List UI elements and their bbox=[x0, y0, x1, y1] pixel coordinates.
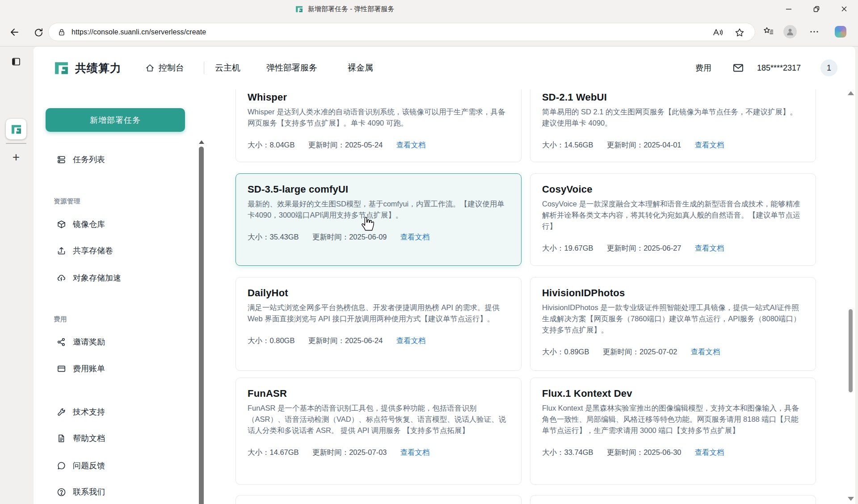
sidebar-item-1-1[interactable]: 共享存储卷 bbox=[57, 243, 113, 258]
image-card[interactable]: SD-2.1 WebUI简单易用的 SD 2.1 的文生图网页服务【此镜像为单节… bbox=[530, 89, 816, 162]
sidebar-item-1-2[interactable]: 对象存储加速 bbox=[57, 270, 121, 286]
card-meta: 大小：0.80GB更新时间：2025-06-24查看文档 bbox=[248, 336, 509, 346]
image-card[interactable]: DailyHot满足一站式浏览全网多平台热榜信息、开发者便捷调用热榜 API 的… bbox=[236, 277, 522, 371]
person-icon bbox=[786, 27, 795, 36]
image-card[interactable]: HivisionIDPhotosHivisionIDPhotos 是一款专业级证… bbox=[530, 277, 816, 371]
active-tab-tile[interactable] bbox=[6, 119, 26, 139]
partial-card[interactable] bbox=[236, 495, 522, 504]
view-docs-link[interactable]: 查看文档 bbox=[396, 336, 425, 346]
new-tab-button[interactable]: + bbox=[9, 150, 23, 164]
sidebar-item-3-3[interactable]: 联系我们 bbox=[57, 484, 105, 500]
window-controls bbox=[775, 0, 858, 18]
copilot-icon bbox=[835, 26, 846, 38]
sidebar-section-header: 费用 bbox=[54, 315, 67, 323]
nav-item-1[interactable]: 控制台 bbox=[145, 46, 184, 89]
copilot-button[interactable] bbox=[835, 26, 846, 38]
sidebar-item-3-2[interactable]: 问题反馈 bbox=[57, 458, 105, 473]
sidebar-scroll-up-arrow[interactable] bbox=[199, 140, 204, 144]
user-avatar-badge[interactable]: 1 bbox=[820, 59, 837, 76]
sidebar-item-0-0[interactable]: 任务列表 bbox=[57, 152, 105, 167]
document-icon bbox=[57, 434, 66, 443]
card-meta: 大小：19.67GB更新时间：2025-06-27查看文档 bbox=[542, 244, 804, 253]
card-updated: 更新时间：2025-06-09 bbox=[312, 232, 387, 242]
fee-link[interactable]: 费用 bbox=[695, 46, 711, 89]
card-meta: 大小：35.43GB更新时间：2025-06-09查看文档 bbox=[248, 232, 509, 242]
view-docs-link[interactable]: 查看文档 bbox=[695, 448, 724, 458]
new-deploy-task-button[interactable]: 新增部署任务 bbox=[46, 108, 185, 132]
page-scrollbar-thumb[interactable] bbox=[849, 309, 853, 392]
address-bar[interactable]: https://console.suanli.cn/serverless/cre… bbox=[48, 23, 755, 41]
page-viewport: 共绩算力 控制台云主机弹性部署服务裸金属 费用 185****2317 1 新增… bbox=[34, 46, 855, 504]
back-button[interactable] bbox=[8, 26, 21, 38]
cloud-bolt-icon bbox=[57, 273, 66, 283]
card-title: SD-2.1 WebUI bbox=[542, 92, 804, 103]
view-docs-link[interactable]: 查看文档 bbox=[400, 448, 430, 458]
credit-card-icon bbox=[57, 364, 66, 374]
card-updated: 更新时间：2025-07-02 bbox=[602, 347, 677, 357]
view-docs-link[interactable]: 查看文档 bbox=[400, 232, 430, 242]
url-text[interactable]: https://console.suanli.cn/serverless/cre… bbox=[72, 28, 206, 36]
card-title: CosyVoice bbox=[542, 184, 804, 195]
sidebar-item-1-0[interactable]: 镜像仓库 bbox=[57, 217, 105, 232]
image-card[interactable]: Flux.1 Kontext DevFlux Kontext 是黑森林实验室推出… bbox=[530, 378, 816, 485]
close-button[interactable] bbox=[830, 0, 858, 18]
sidebar-item-3-1[interactable]: 帮助文档 bbox=[57, 431, 105, 446]
card-title: Whisper bbox=[248, 92, 509, 103]
image-card[interactable]: WhisperWhisper 是达到人类水准的自动语音识别系统，该镜像可以用于生… bbox=[236, 89, 522, 162]
card-title: Flux.1 Kontext Dev bbox=[542, 388, 804, 399]
nav-label: 弹性部署服务 bbox=[266, 62, 317, 74]
card-meta: 大小：14.67GB更新时间：2025-07-03查看文档 bbox=[248, 448, 509, 458]
card-size: 大小：8.04GB bbox=[248, 140, 294, 150]
view-docs-link[interactable]: 查看文档 bbox=[695, 244, 724, 253]
image-card[interactable]: FunASRFunASR 是一个基本的语音识别工具包，提供多种功能，包括语音识别… bbox=[236, 378, 522, 485]
server-list-icon bbox=[57, 155, 66, 164]
page-scroll-up-arrow[interactable] bbox=[848, 91, 854, 95]
favorite-star-button[interactable] bbox=[733, 26, 746, 39]
card-description: 最新的、效果最好的文生图SD模型，基于comfyui，内置工作流。【建议使用单卡… bbox=[248, 198, 509, 221]
image-card[interactable]: CosyVoiceCosyVoice 是一款深度融合文本理解和语音生成的新型语音… bbox=[530, 173, 816, 266]
sidebar-item-label: 联系我们 bbox=[73, 487, 105, 497]
edge-vertical-tab-strip: + bbox=[0, 46, 34, 504]
page-scroll-down-arrow[interactable] bbox=[848, 497, 854, 501]
close-icon bbox=[840, 4, 849, 13]
restore-icon bbox=[812, 4, 821, 13]
minimize-button[interactable] bbox=[775, 0, 803, 18]
site-favicon bbox=[295, 5, 303, 13]
restore-button[interactable] bbox=[803, 0, 830, 18]
nav-item-4[interactable]: 裸金属 bbox=[348, 46, 373, 89]
sidebar-item-2-0[interactable]: 邀请奖励 bbox=[57, 334, 105, 349]
brand[interactable]: 共绩算力 bbox=[53, 46, 122, 89]
image-card[interactable]: SD-3.5-large comfyUI最新的、效果最好的文生图SD模型，基于c… bbox=[236, 173, 522, 266]
view-docs-link[interactable]: 查看文档 bbox=[695, 140, 724, 150]
partial-card[interactable] bbox=[530, 495, 816, 504]
window-titlebar: 新增部署任务 - 弹性部署服务 bbox=[0, 0, 858, 18]
view-docs-link[interactable]: 查看文档 bbox=[690, 347, 720, 357]
settings-more-button[interactable] bbox=[808, 25, 820, 38]
mail-button[interactable] bbox=[732, 46, 744, 89]
card-size: 大小：14.56GB bbox=[542, 140, 593, 150]
chat-icon bbox=[57, 461, 66, 470]
edge-browser-window: { "browser": { "tab_title": "新增部署任务 - 弹性… bbox=[0, 0, 858, 504]
view-docs-link[interactable]: 查看文档 bbox=[396, 140, 425, 150]
sidebar-scrollbar-thumb[interactable] bbox=[199, 147, 204, 504]
card-updated: 更新时间：2025-04-01 bbox=[607, 140, 681, 150]
sidebar-item-2-1[interactable]: 费用账单 bbox=[57, 361, 105, 376]
nav-item-2[interactable]: 云主机 bbox=[215, 46, 240, 89]
site-header: 共绩算力 控制台云主机弹性部署服务裸金属 费用 185****2317 1 bbox=[34, 46, 855, 89]
tab-actions-button[interactable] bbox=[10, 55, 22, 68]
card-description: Whisper 是达到人类水准的自动语音识别系统，该镜像可以用于生产需求，具备网… bbox=[248, 106, 509, 129]
read-aloud-button[interactable] bbox=[712, 26, 724, 39]
account-phone[interactable]: 185****2317 bbox=[757, 46, 801, 89]
profile-avatar[interactable] bbox=[783, 25, 797, 38]
nav-item-3[interactable]: 弹性部署服务 bbox=[266, 46, 317, 89]
card-size: 大小：33.74GB bbox=[542, 448, 593, 458]
window-title-text: 新增部署任务 - 弹性部署服务 bbox=[308, 5, 394, 13]
refresh-button[interactable] bbox=[32, 26, 45, 38]
upload-icon bbox=[57, 246, 66, 256]
favorites-bar-button[interactable] bbox=[762, 25, 775, 38]
sidebar-item-3-0[interactable]: 技术支持 bbox=[57, 404, 105, 420]
card-meta: 大小：0.89GB更新时间：2025-07-02查看文档 bbox=[542, 347, 804, 357]
card-meta: 大小：14.56GB更新时间：2025-04-01查看文档 bbox=[542, 140, 804, 150]
card-size: 大小：0.80GB bbox=[248, 336, 294, 346]
brand-logo-icon bbox=[53, 60, 70, 76]
